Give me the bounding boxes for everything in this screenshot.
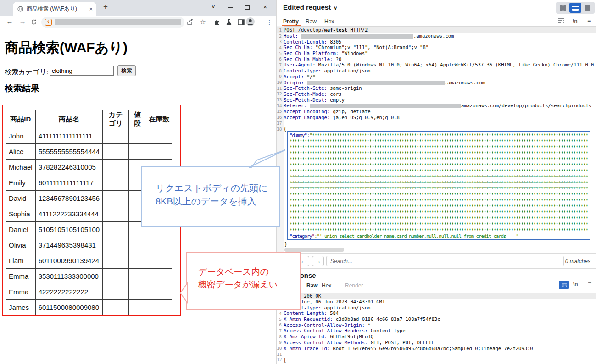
- extensions-puzzle-icon[interactable]: [212, 17, 221, 27]
- request-line[interactable]: 13Sec-Fetch-Dest: empty: [277, 97, 596, 103]
- request-body-filler-line[interactable]: ****************************************…: [290, 168, 588, 174]
- table-header-cell: 値段: [129, 110, 146, 128]
- bookmark-star-icon[interactable]: ☆: [198, 17, 207, 27]
- request-body-filler-line[interactable]: ****************************************…: [290, 138, 588, 144]
- request-line[interactable]: 4Sec-Ch-Ua: "Chromium";v="111", "Not(A:B…: [277, 44, 596, 50]
- window-close-button[interactable]: ×: [261, 3, 270, 11]
- new-tab-button[interactable]: +: [100, 2, 111, 11]
- request-body-filler-line[interactable]: ****************************************…: [290, 192, 588, 198]
- sql-injection-line[interactable]: "category":"' union select cardholder_na…: [290, 233, 588, 239]
- callout-red-line1: データベース内の: [198, 265, 300, 278]
- table-cell: 5105105105105100: [35, 222, 102, 237]
- table-row: James6011500080009080: [6, 300, 172, 315]
- extension-flask-icon[interactable]: [224, 17, 234, 27]
- share-icon[interactable]: [185, 17, 195, 27]
- search-next-button[interactable]: →: [312, 256, 324, 266]
- callout-data-leak: データベース内の 機密データが漏えい: [186, 252, 301, 310]
- request-body-filler-line[interactable]: ****************************************…: [290, 162, 588, 168]
- layout-columns-button[interactable]: [557, 3, 569, 13]
- horizontal-scrollbar[interactable]: [284, 248, 344, 252]
- request-editor[interactable]: 1POST /develop/waf-test HTTP/22Host: .am…: [277, 26, 596, 254]
- request-body-filler-line[interactable]: ****************************************…: [290, 180, 588, 186]
- response-tab-render[interactable]: Render: [345, 282, 363, 289]
- burp-search-input[interactable]: [326, 256, 564, 266]
- request-line[interactable]: 6Sec-Ch-Ua-Mobile: ?0: [277, 56, 596, 62]
- callout-blue-line1: リクエストボディの先頭に: [156, 182, 279, 195]
- table-cell: David: [6, 191, 36, 206]
- request-menu-icon[interactable]: ≡: [587, 17, 591, 25]
- browser-menu-icon[interactable]: ⋮: [265, 17, 274, 27]
- request-line[interactable]: 11Sec-Fetch-Site: same-origin: [277, 85, 596, 91]
- response-tab-raw[interactable]: Raw: [306, 282, 318, 289]
- profile-avatar[interactable]: [246, 17, 255, 26]
- request-line[interactable]: 3Content-Length: 8305: [277, 39, 596, 44]
- back-button[interactable]: ←: [5, 17, 15, 25]
- wrap-lines-icon[interactable]: [558, 18, 564, 23]
- response-tab-hex[interactable]: Hex: [322, 282, 331, 289]
- layout-rows-button[interactable]: [569, 3, 581, 13]
- favicon-globe-icon: [17, 6, 23, 12]
- response-viewer[interactable]: 1HTTP/2 200 OK2Date: Tue, 06 Jun 2023 04…: [277, 292, 596, 364]
- table-cell: [146, 144, 172, 160]
- edited-request-dropdown[interactable]: Edited request∨: [283, 3, 337, 11]
- request-tab-raw[interactable]: Raw: [306, 18, 317, 25]
- table-cell: [146, 284, 172, 300]
- side-panel-icon[interactable]: [236, 17, 245, 27]
- request-line[interactable]: 5Sec-Ch-Ua-Platform: "Windows": [277, 50, 596, 56]
- layout-single-button[interactable]: [582, 3, 594, 13]
- request-body-open-line[interactable]: "dummy":"*******************************…: [290, 132, 588, 138]
- request-body-filler-line[interactable]: ****************************************…: [290, 210, 588, 215]
- request-body-filler-line[interactable]: ****************************************…: [290, 144, 588, 150]
- response-newlines-icon[interactable]: \n: [573, 281, 578, 287]
- show-newlines-icon[interactable]: \n: [573, 18, 578, 24]
- table-row: Emma4222222222222: [6, 284, 172, 300]
- table-row: Olivia371449635398431: [6, 237, 172, 253]
- request-line[interactable]: 8Content-Type: application/json: [277, 68, 596, 74]
- request-body-filler-line[interactable]: ****************************************…: [290, 227, 588, 233]
- request-line[interactable]: 10Origin: .amazonaws.com: [277, 79, 596, 85]
- tab-close-icon[interactable]: ×: [89, 6, 93, 12]
- search-submit-button[interactable]: 検索: [117, 65, 136, 76]
- request-body-filler-line[interactable]: ****************************************…: [290, 186, 588, 192]
- search-category-input[interactable]: [50, 66, 114, 76]
- screenshot-root: 商品検索 (WAFあり) × + ∨ × ← → ☆: [0, 0, 596, 364]
- request-tab-hex[interactable]: Hex: [324, 18, 334, 25]
- request-body-filler-line[interactable]: ****************************************…: [290, 221, 588, 227]
- request-body-filler-line[interactable]: ****************************************…: [290, 174, 588, 180]
- request-body-filler-line[interactable]: ****************************************…: [290, 150, 588, 156]
- response-wrap-lines-icon[interactable]: [559, 281, 569, 289]
- forward-button[interactable]: →: [17, 17, 28, 25]
- request-line[interactable]: 15Accept-Encoding: gzip, deflate: [277, 109, 596, 115]
- request-line[interactable]: 7User-Agent: Mozilla/5.0 (Windows NT 10.…: [277, 62, 596, 68]
- request-body-filler-line[interactable]: ****************************************…: [290, 204, 588, 210]
- reload-button[interactable]: [29, 17, 39, 27]
- window-maximize-button[interactable]: [245, 5, 250, 10]
- table-cell: Alice: [6, 144, 36, 160]
- request-body-filler-line[interactable]: ****************************************…: [290, 198, 588, 204]
- table-cell: [129, 284, 146, 300]
- request-line[interactable]: 17: [277, 120, 596, 126]
- browser-tab[interactable]: 商品検索 (WAFあり) ×: [13, 2, 96, 16]
- table-cell: [103, 222, 129, 237]
- request-body-filler-line[interactable]: ****************************************…: [290, 156, 588, 162]
- callout-blue-line2: 8KB以上のデータを挿入: [156, 195, 279, 208]
- table-cell: [146, 237, 172, 253]
- response-menu-icon[interactable]: ≡: [588, 280, 591, 287]
- request-line[interactable]: 1POST /develop/waf-test HTTP/2: [277, 27, 596, 33]
- table-cell: 1234567890123456: [35, 191, 102, 206]
- address-bar[interactable]: [41, 17, 184, 28]
- window-chevron-icon[interactable]: ∨: [209, 3, 218, 10]
- window-minimize-button[interactable]: [228, 7, 233, 8]
- page-title: 商品検索(WAFあり): [5, 39, 128, 57]
- request-line[interactable]: 16Accept-Language: ja,en-US;q=0.9,en;q=0…: [277, 114, 596, 120]
- request-line[interactable]: 14Referer: amazonaws.com/develop/product…: [277, 103, 596, 109]
- request-tab-pretty[interactable]: Pretty: [283, 18, 299, 25]
- request-line[interactable]: 2Host: .amazonaws.com: [277, 33, 596, 39]
- request-line[interactable]: 9Accept: */*: [277, 74, 596, 80]
- request-line[interactable]: 12Sec-Fetch-Mode: cors: [277, 91, 596, 97]
- table-header-cell: 商品名: [35, 110, 102, 128]
- request-body-filler-line[interactable]: ****************************************…: [290, 215, 588, 221]
- table-cell: John: [6, 128, 36, 144]
- site-info-icon[interactable]: [45, 19, 52, 26]
- table-cell: [129, 144, 146, 160]
